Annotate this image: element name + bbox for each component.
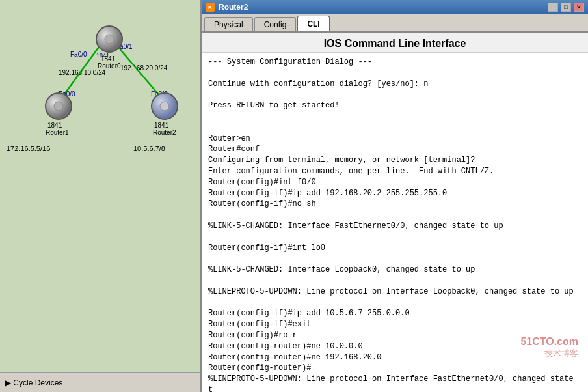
svg-text:172.16.5.5/16: 172.16.5.5/16 <box>7 145 50 152</box>
tab-config[interactable]: Config <box>254 17 297 31</box>
tab-cli[interactable]: CLI <box>297 16 329 31</box>
svg-text:Router1: Router1 <box>46 129 69 136</box>
minimize-button[interactable]: _ <box>548 3 558 12</box>
svg-text:Router2: Router2 <box>153 129 176 136</box>
window-title-text: Router2 <box>219 3 248 12</box>
cycle-devices-label: ▶ Cycle Devices <box>5 378 62 387</box>
close-button[interactable]: ✕ <box>574 3 584 12</box>
svg-point-14 <box>54 102 63 111</box>
bottom-bar[interactable]: ▶ Cycle Devices <box>0 372 200 392</box>
topology-area: Fa0/0 1841 Fa0/1 192.168.10.0/24 192.168… <box>0 0 200 372</box>
svg-text:Fa0/0: Fa0/0 <box>70 51 87 58</box>
svg-text:192.168.20.0/24: 192.168.20.0/24 <box>120 64 168 72</box>
svg-text:1841: 1841 <box>101 55 116 63</box>
cli-header: IOS Command Line Interface <box>202 33 588 53</box>
svg-point-18 <box>160 102 169 111</box>
maximize-button[interactable]: □ <box>561 3 571 12</box>
cli-area: IOS Command Line Interface --- System Co… <box>202 33 588 392</box>
left-panel: Fa0/0 1841 Fa0/1 192.168.10.0/24 192.168… <box>0 0 202 392</box>
svg-text:1841: 1841 <box>47 122 62 129</box>
topology-svg: Fa0/0 1841 Fa0/1 192.168.10.0/24 192.168… <box>0 0 202 371</box>
svg-point-10 <box>105 35 114 44</box>
svg-text:Router0: Router0 <box>98 63 121 70</box>
cli-content[interactable]: --- System Configuration Dialog --- Cont… <box>202 53 588 392</box>
svg-text:192.168.10.0/24: 192.168.10.0/24 <box>59 69 106 76</box>
router2-window: R Router2 _ □ ✕ Physical Config CLI IOS … <box>202 0 588 392</box>
window-title: R Router2 <box>206 3 248 12</box>
tabs-bar: Physical Config CLI <box>202 14 588 33</box>
window-controls[interactable]: _ □ ✕ <box>548 3 584 12</box>
tab-physical[interactable]: Physical <box>204 17 253 31</box>
window-titlebar: R Router2 _ □ ✕ <box>202 0 588 14</box>
svg-text:1841: 1841 <box>154 122 169 129</box>
svg-text:10.5.6.7/8: 10.5.6.7/8 <box>133 145 165 152</box>
cli-text: --- System Configuration Dialog --- Cont… <box>208 57 581 392</box>
window-icon: R <box>206 3 215 12</box>
